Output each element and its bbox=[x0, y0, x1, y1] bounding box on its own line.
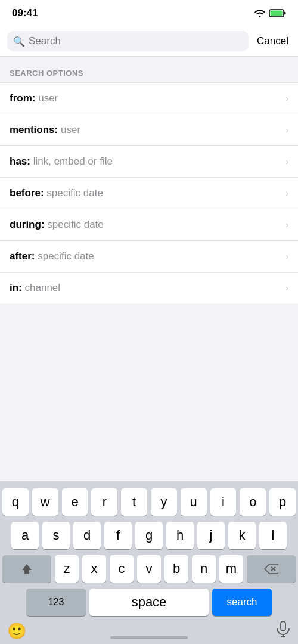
key-y[interactable]: y bbox=[151, 488, 177, 516]
key-v[interactable]: v bbox=[137, 555, 161, 583]
options-list: from: user›mentions: user›has: link, emb… bbox=[0, 82, 298, 304]
key-f[interactable]: f bbox=[104, 522, 132, 549]
mic-svg bbox=[275, 621, 291, 637]
svg-rect-2 bbox=[271, 11, 283, 16]
svg-marker-3 bbox=[22, 564, 32, 574]
option-text: before: specific date bbox=[10, 187, 103, 199]
battery-icon bbox=[269, 9, 286, 17]
option-item[interactable]: during: specific date› bbox=[0, 209, 298, 241]
keyboard-rows: qwertyuiop asdfghjkl zxcvbnm 123 space bbox=[2, 488, 296, 616]
cancel-button[interactable]: Cancel bbox=[254, 35, 291, 47]
key-p[interactable]: p bbox=[269, 488, 296, 516]
search-input-wrapper[interactable]: 🔍 bbox=[7, 31, 249, 51]
key-l[interactable]: l bbox=[259, 522, 287, 549]
key-s[interactable]: s bbox=[42, 522, 70, 549]
key-e[interactable]: e bbox=[62, 488, 88, 516]
home-indicator bbox=[110, 636, 188, 639]
key-row-bottom: 123 space search bbox=[2, 589, 296, 616]
keyboard: qwertyuiop asdfghjkl zxcvbnm 123 space bbox=[0, 481, 298, 644]
key-d[interactable]: d bbox=[73, 522, 101, 549]
option-text: during: specific date bbox=[10, 219, 104, 231]
mic-icon[interactable] bbox=[275, 621, 291, 642]
option-item[interactable]: has: link, embed or file› bbox=[0, 146, 298, 178]
key-x[interactable]: x bbox=[82, 555, 106, 583]
key-r[interactable]: r bbox=[91, 488, 117, 516]
key-j[interactable]: j bbox=[197, 522, 225, 549]
space-key[interactable]: space bbox=[89, 589, 209, 616]
search-icon: 🔍 bbox=[13, 36, 25, 47]
key-o[interactable]: o bbox=[240, 488, 266, 516]
key-i[interactable]: i bbox=[210, 488, 237, 516]
chevron-icon: › bbox=[285, 188, 288, 198]
key-h[interactable]: h bbox=[166, 522, 194, 549]
search-input[interactable] bbox=[29, 35, 243, 47]
section-header: SEARCH OPTIONS bbox=[0, 57, 298, 82]
shift-key[interactable] bbox=[2, 555, 51, 583]
option-text: has: link, embed or file bbox=[10, 156, 113, 168]
key-row-3: zxcvbnm bbox=[2, 555, 296, 583]
option-item[interactable]: mentions: user› bbox=[0, 114, 298, 146]
key-c[interactable]: c bbox=[110, 555, 134, 583]
chevron-icon: › bbox=[285, 94, 288, 103]
option-text: after: specific date bbox=[10, 250, 94, 262]
option-item[interactable]: before: specific date› bbox=[0, 178, 298, 209]
key-t[interactable]: t bbox=[121, 488, 147, 516]
shift-icon bbox=[20, 562, 33, 575]
key-w[interactable]: w bbox=[32, 488, 58, 516]
option-text: mentions: user bbox=[10, 124, 80, 136]
key-z[interactable]: z bbox=[55, 555, 79, 583]
svg-rect-6 bbox=[281, 621, 285, 631]
key-u[interactable]: u bbox=[181, 488, 207, 516]
search-key[interactable]: search bbox=[212, 589, 272, 616]
chevron-icon: › bbox=[285, 252, 288, 261]
delete-icon bbox=[264, 564, 278, 574]
search-bar-row: 🔍 Cancel bbox=[0, 26, 298, 57]
key-m[interactable]: m bbox=[219, 555, 243, 583]
key-b[interactable]: b bbox=[164, 555, 188, 583]
key-g[interactable]: g bbox=[135, 522, 163, 549]
chevron-icon: › bbox=[285, 220, 288, 230]
option-item[interactable]: after: specific date› bbox=[0, 241, 298, 273]
key-row-2: asdfghjkl bbox=[2, 522, 296, 549]
chevron-icon: › bbox=[285, 125, 288, 135]
option-item[interactable]: from: user› bbox=[0, 83, 298, 114]
key-n[interactable]: n bbox=[192, 555, 216, 583]
svg-rect-1 bbox=[284, 12, 286, 15]
status-icons bbox=[254, 9, 286, 17]
status-bar: 09:41 bbox=[0, 0, 298, 26]
emoji-icon[interactable]: 🙂 bbox=[7, 622, 26, 640]
wifi-icon bbox=[254, 9, 266, 17]
delete-key[interactable] bbox=[247, 555, 296, 583]
key-row-1: qwertyuiop bbox=[2, 488, 296, 516]
key-a[interactable]: a bbox=[11, 522, 39, 549]
option-text: in: channel bbox=[10, 282, 60, 294]
chevron-icon: › bbox=[285, 157, 288, 166]
chevron-icon: › bbox=[285, 283, 288, 293]
option-item[interactable]: in: channel› bbox=[0, 273, 298, 304]
status-time: 09:41 bbox=[12, 7, 38, 19]
option-text: from: user bbox=[10, 92, 58, 104]
key-k[interactable]: k bbox=[228, 522, 256, 549]
key-q[interactable]: q bbox=[2, 488, 29, 516]
num-key[interactable]: 123 bbox=[26, 589, 86, 616]
